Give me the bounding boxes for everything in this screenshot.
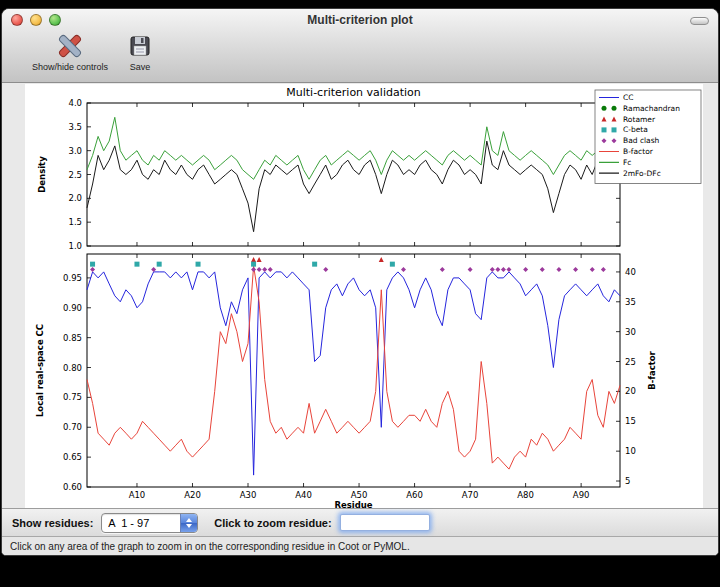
svg-text:1.0: 1.0 xyxy=(68,241,82,251)
show-residues-label: Show residues: xyxy=(12,517,93,529)
svg-text:0.60: 0.60 xyxy=(63,482,82,492)
svg-text:10: 10 xyxy=(625,446,636,456)
window-header: Multi-criterion plot Show/hide controls xyxy=(2,9,718,83)
svg-text:Bad clash: Bad clash xyxy=(623,136,660,145)
floppy-disk-icon xyxy=(128,34,152,60)
svg-text:B-factor: B-factor xyxy=(647,350,657,389)
status-text: Click on any area of the graph to zoom i… xyxy=(10,541,410,552)
svg-text:35: 35 xyxy=(625,297,636,307)
toolbar: Show/hide controls Save xyxy=(32,34,152,72)
svg-text:4.0: 4.0 xyxy=(68,98,82,108)
svg-text:Fc: Fc xyxy=(623,158,631,167)
svg-text:A40: A40 xyxy=(295,490,312,500)
svg-text:5: 5 xyxy=(625,476,630,486)
svg-text:Multi-criterion validation: Multi-criterion validation xyxy=(286,86,421,99)
crossed-tools-icon xyxy=(58,34,82,60)
window-title: Multi-criterion plot xyxy=(2,13,718,27)
svg-text:A80: A80 xyxy=(517,490,534,500)
svg-text:3.0: 3.0 xyxy=(68,146,82,156)
stepper-arrows-icon xyxy=(180,514,197,532)
multi-criterion-plot-window: Multi-criterion plot Show/hide controls xyxy=(1,8,719,556)
svg-text:2mFo-DFc: 2mFo-DFc xyxy=(623,169,661,178)
svg-text:A60: A60 xyxy=(406,490,423,500)
svg-text:0.70: 0.70 xyxy=(63,422,82,432)
show-hide-controls-button[interactable]: Show/hide controls xyxy=(32,34,108,72)
zoom-residue-input[interactable] xyxy=(340,514,430,531)
zoom-residue-label: Click to zoom residue: xyxy=(214,517,331,529)
controls-bar: Show residues: A 1 - 97 Click to zoom re… xyxy=(2,508,718,536)
residue-range-value: A 1 - 97 xyxy=(102,514,180,532)
svg-text:15: 15 xyxy=(625,416,636,426)
svg-text:0.80: 0.80 xyxy=(63,363,82,373)
svg-text:0.90: 0.90 xyxy=(63,303,82,313)
plot-panel: 4.03.53.02.52.01.51.00.950.900.850.800.7… xyxy=(2,83,718,508)
svg-text:0.85: 0.85 xyxy=(63,333,82,343)
svg-text:Rotamer: Rotamer xyxy=(623,115,656,124)
svg-text:2.0: 2.0 xyxy=(68,193,82,203)
residue-range-select[interactable]: A 1 - 97 xyxy=(101,513,198,533)
svg-text:Residue: Residue xyxy=(334,500,372,508)
svg-text:0.75: 0.75 xyxy=(63,392,82,402)
svg-text:Ramachandran: Ramachandran xyxy=(623,104,680,113)
toolbar-toggle-button[interactable] xyxy=(690,17,709,25)
svg-text:A20: A20 xyxy=(184,490,201,500)
plot-canvas[interactable]: 4.03.53.02.52.01.51.00.950.900.850.800.7… xyxy=(25,84,703,508)
svg-text:30: 30 xyxy=(625,327,636,337)
svg-text:1.5: 1.5 xyxy=(68,217,82,227)
svg-text:C-beta: C-beta xyxy=(623,125,648,134)
svg-text:25: 25 xyxy=(625,357,636,367)
svg-text:0.95: 0.95 xyxy=(63,273,82,283)
svg-text:Density: Density xyxy=(37,156,47,193)
svg-text:A70: A70 xyxy=(462,490,479,500)
save-button[interactable]: Save xyxy=(128,34,152,72)
svg-text:CC: CC xyxy=(623,93,633,102)
svg-text:A10: A10 xyxy=(129,490,146,500)
svg-text:B-factor: B-factor xyxy=(623,147,654,156)
svg-text:20: 20 xyxy=(625,386,636,396)
svg-text:A90: A90 xyxy=(573,490,590,500)
svg-text:Local real-space CC: Local real-space CC xyxy=(35,324,45,417)
svg-text:A30: A30 xyxy=(240,490,257,500)
svg-text:40: 40 xyxy=(625,267,636,277)
save-label: Save xyxy=(130,62,151,72)
show-hide-controls-label: Show/hide controls xyxy=(32,62,108,72)
svg-text:3.5: 3.5 xyxy=(68,122,82,132)
svg-text:2.5: 2.5 xyxy=(68,170,82,180)
status-bar: Click on any area of the graph to zoom i… xyxy=(2,536,718,555)
titlebar[interactable]: Multi-criterion plot xyxy=(2,9,718,31)
svg-text:A50: A50 xyxy=(351,490,368,500)
svg-text:0.65: 0.65 xyxy=(63,452,82,462)
